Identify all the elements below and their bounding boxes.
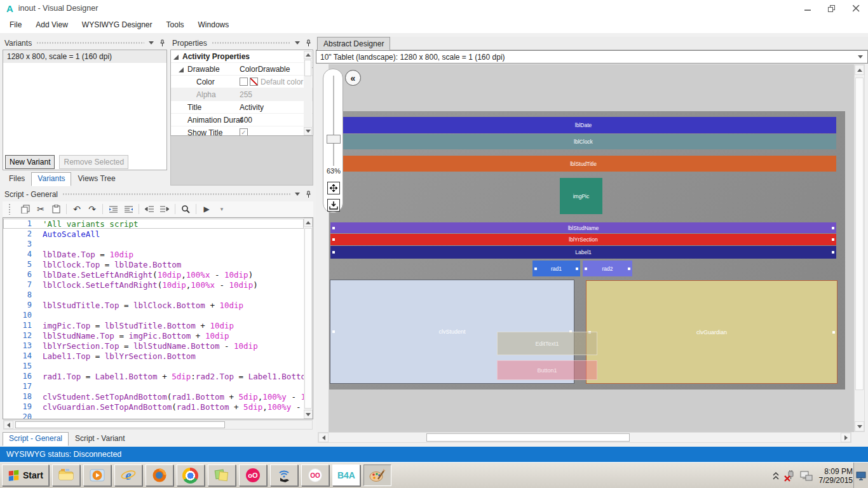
property-value[interactable]: Default color: [240, 78, 303, 86]
code-line[interactable]: 4lblDate.Top = 10dip: [3, 249, 304, 259]
color-checkbox[interactable]: [240, 78, 248, 86]
scroll-up-icon[interactable]: [855, 65, 864, 75]
view-label1[interactable]: Label1: [330, 246, 836, 259]
property-value[interactable]: Activity: [240, 103, 264, 112]
property-value[interactable]: 400: [240, 116, 252, 125]
editor-vertical-scrollbar[interactable]: [304, 218, 313, 419]
code-line[interactable]: 2AutoScaleAll: [3, 229, 304, 239]
code-line[interactable]: 20: [3, 412, 304, 419]
property-row-show-title[interactable]: Show Title✓: [171, 126, 313, 136]
scroll-down-icon[interactable]: [855, 421, 864, 431]
selection-handle[interactable]: [628, 268, 630, 270]
search-icon[interactable]: [179, 203, 192, 215]
selection-handle[interactable]: [534, 268, 537, 270]
scroll-up-icon[interactable]: [304, 218, 313, 227]
properties-scrollbar[interactable]: [304, 51, 312, 135]
scrollbar-thumb[interactable]: [855, 78, 864, 390]
device-removed-tray-icon[interactable]: [783, 470, 796, 482]
activity-properties-section[interactable]: Activity Properties: [171, 50, 313, 63]
view-lblyrsection[interactable]: lblYrSection: [330, 234, 836, 245]
tab-script-variant[interactable]: Script - Variant: [69, 432, 131, 446]
sticky-notes-icon[interactable]: [208, 464, 236, 486]
close-button[interactable]: [846, 1, 865, 15]
tab-files[interactable]: Files: [3, 172, 31, 186]
scroll-right-icon[interactable]: [841, 433, 851, 442]
property-row-drawable[interactable]: DrawableColorDrawable: [171, 63, 313, 76]
code-line[interactable]: 7lblClock.SetLeftAndRight(10dip,100%x - …: [3, 280, 304, 290]
export-layout-icon[interactable]: [327, 199, 340, 212]
no-color-icon[interactable]: [250, 78, 258, 86]
code-line[interactable]: 9lblStudTitle.Top = lblClock.Bottom + 10…: [3, 300, 304, 310]
view-lblclock[interactable]: lblClock: [330, 134, 836, 149]
selection-handle[interactable]: [832, 251, 834, 254]
b4a-text-button[interactable]: B4A: [332, 464, 360, 486]
tab-views-tree[interactable]: Views Tree: [71, 172, 121, 186]
redo-icon[interactable]: ↷: [86, 203, 98, 215]
code-line[interactable]: 11imgPic.Top = lblStudTitle.Bottom + 10d…: [3, 320, 304, 330]
network-tray-icon[interactable]: [800, 470, 813, 482]
zoom-slider-track[interactable]: [333, 76, 334, 166]
code-line[interactable]: 13lblYrSection.Top = lblStudName.Bottom …: [3, 341, 304, 351]
selection-handle[interactable]: [332, 227, 335, 229]
shift-left-icon[interactable]: [143, 203, 156, 215]
code-line[interactable]: 3: [3, 239, 304, 249]
selection-handle[interactable]: [332, 238, 335, 241]
scroll-down-icon[interactable]: [304, 410, 313, 419]
selection-handle[interactable]: [832, 331, 835, 334]
indent-a-icon[interactable]: [107, 203, 119, 215]
copy-icon[interactable]: [19, 203, 32, 215]
minimize-button[interactable]: [798, 1, 817, 15]
code-line[interactable]: 19clvGuardian.SetTopAndBottom(rad1.Botto…: [3, 402, 304, 412]
cut-icon[interactable]: ✂: [34, 203, 47, 215]
show-desktop-button[interactable]: [853, 463, 868, 488]
media-player-icon[interactable]: [83, 464, 111, 486]
view-lblstudname[interactable]: lblStudName: [330, 222, 836, 233]
view-imgpic[interactable]: imgPic: [560, 178, 602, 214]
selection-handle[interactable]: [585, 268, 587, 270]
new-variant-button[interactable]: New Variant: [5, 155, 55, 169]
menu-file[interactable]: File: [3, 17, 29, 33]
editor-horizontal-scrollbar[interactable]: [3, 420, 313, 430]
hidden-icons-chevron-icon[interactable]: [772, 471, 780, 480]
menu-wysiwyg-designer[interactable]: WYSIWYG Designer: [75, 17, 159, 33]
collapse-triangle-icon[interactable]: [173, 55, 179, 60]
selection-handle[interactable]: [832, 227, 834, 229]
code-line[interactable]: 18clvStudent.SetTopAndBottom(rad1.Bottom…: [3, 391, 304, 402]
property-row-animation-durat[interactable]: Animation Durat400: [171, 114, 313, 126]
code-line[interactable]: 12lblStudName.Top = imgPic.Bottom + 10di…: [3, 330, 304, 341]
scrollbar-thumb[interactable]: [426, 433, 630, 442]
property-row-title[interactable]: TitleActivity: [171, 101, 313, 114]
collapse-panel-button[interactable]: «: [345, 70, 361, 86]
clock[interactable]: 8:09 PM 7/29/2015: [819, 467, 853, 485]
code-line[interactable]: 1'All variants script: [3, 219, 304, 229]
view-edittext1[interactable]: EditText1: [497, 332, 597, 355]
code-line[interactable]: 16rad1.Top = Label1.Bottom + 5dip:rad2.T…: [3, 371, 304, 381]
show-title-checkbox[interactable]: ✓: [240, 128, 248, 136]
tab-variants[interactable]: Variants: [31, 172, 71, 186]
menu-tools[interactable]: Tools: [159, 17, 191, 33]
scrollbar-thumb[interactable]: [304, 60, 311, 76]
firefox-icon[interactable]: [146, 464, 173, 486]
property-row-color[interactable]: ColorDefault color: [171, 76, 313, 88]
shift-right-icon[interactable]: [158, 203, 171, 215]
b4a-logo-icon[interactable]: oO: [239, 464, 267, 486]
view-rad1[interactable]: rad1: [532, 261, 580, 276]
scroll-down-icon[interactable]: [304, 127, 312, 135]
chevron-down-icon[interactable]: [149, 41, 154, 44]
scroll-left-icon[interactable]: [318, 433, 329, 442]
scrollbar-thumb[interactable]: [15, 421, 225, 428]
paste-icon[interactable]: [50, 203, 62, 215]
view-button1[interactable]: Button1: [497, 360, 597, 380]
variant-list-item[interactable]: 1280 x 800, scale = 1 (160 dpi): [3, 50, 166, 63]
tab-script-general[interactable]: Script - General: [3, 432, 69, 446]
property-value[interactable]: 255: [240, 90, 252, 99]
remove-selected-button[interactable]: Remove Selected: [59, 155, 128, 169]
property-value[interactable]: ColorDrawable: [240, 65, 313, 74]
zoom-slider-thumb[interactable]: [327, 135, 341, 144]
chevron-down-icon[interactable]: [295, 193, 300, 196]
overflow-icon[interactable]: ▾: [215, 203, 228, 215]
scroll-up-icon[interactable]: [304, 51, 312, 59]
code-line[interactable]: 14Label1.Top = lblYrSection.Bottom: [3, 351, 304, 361]
b4a-bridge-icon[interactable]: [270, 464, 298, 486]
pin-icon[interactable]: [159, 39, 165, 47]
